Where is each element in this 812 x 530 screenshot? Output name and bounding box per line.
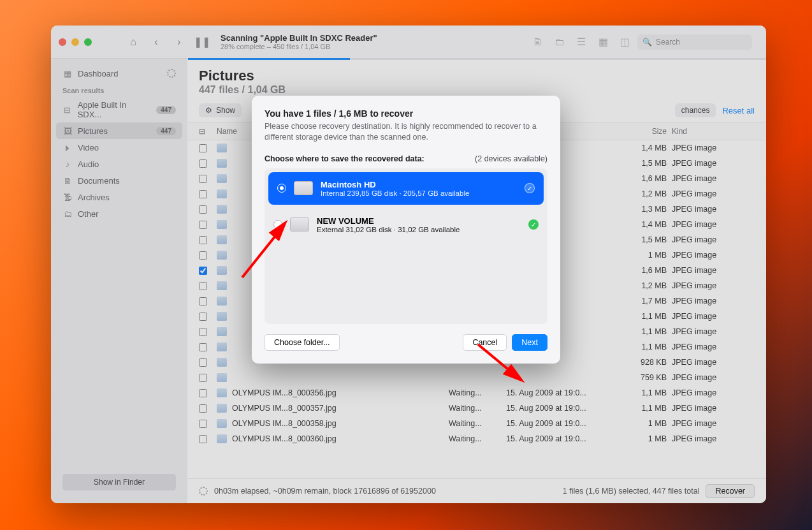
file-size: 1,2 MB [614, 281, 672, 290]
file-kind: JPEG image [672, 373, 755, 382]
file-icon [217, 159, 227, 168]
scan-progress-bar [188, 58, 766, 60]
row-checkbox[interactable] [199, 175, 207, 183]
file-size: 1,4 MB [614, 144, 672, 152]
file-kind: JPEG image [672, 388, 755, 397]
filter-icon: ⚙ [205, 106, 212, 115]
disk-icon [294, 181, 313, 195]
next-button[interactable]: Next [512, 334, 547, 351]
file-size: 1,6 MB [614, 174, 672, 183]
file-size: 1,6 MB [614, 266, 672, 275]
list-view-icon[interactable]: ☰ [572, 35, 590, 49]
row-checkbox[interactable] [199, 159, 207, 168]
row-checkbox[interactable] [199, 282, 207, 290]
file-kind: JPEG image [672, 434, 755, 443]
pause-icon[interactable]: ❚❚ [192, 34, 212, 50]
row-checkbox[interactable] [199, 435, 207, 443]
choose-folder-button[interactable]: Choose folder... [265, 334, 340, 351]
forward-icon[interactable]: › [170, 34, 189, 50]
sidebar-item-label: Pictures [78, 126, 108, 136]
row-checkbox[interactable] [199, 358, 207, 367]
file-kind: JPEG image [672, 251, 755, 260]
radio-icon[interactable] [273, 220, 282, 229]
table-row[interactable]: OLYMPUS IM...8_000356.jpg Waiting... 15.… [187, 385, 766, 401]
sidebar-item-video[interactable]: ⏵Video [56, 139, 182, 156]
drive-icon: ⊟ [62, 105, 73, 115]
grid-view-icon[interactable]: ▦ [594, 35, 612, 49]
file-kind: JPEG image [672, 327, 755, 336]
sidebar-item-audio[interactable]: ♪Audio [56, 156, 182, 172]
file-size: 1,4 MB [614, 220, 672, 229]
collapse-all-icon[interactable]: ⊟ [199, 127, 205, 136]
sidebar-item-documents[interactable]: 🗎Documents [56, 172, 182, 189]
recovery-modal: You have 1 files / 1,6 MB to recover Ple… [252, 96, 560, 364]
row-checkbox[interactable] [199, 297, 207, 305]
home-icon[interactable]: ⌂ [124, 34, 143, 50]
table-row[interactable]: 759 KB JPEG image [187, 370, 766, 385]
sidebar-heading: Scan results [56, 82, 182, 97]
file-kind: JPEG image [672, 312, 755, 321]
radio-icon[interactable] [277, 184, 286, 193]
col-kind[interactable]: Kind [672, 127, 755, 136]
chances-filter-button[interactable]: chances [675, 103, 716, 117]
file-size: 1,5 MB [614, 159, 672, 168]
dest-detail: Internal 239,85 GB disk · 205,57 GB avai… [321, 189, 469, 197]
destination-macintosh-hd[interactable]: Macintosh HDInternal 239,85 GB disk · 20… [268, 172, 544, 205]
row-checkbox[interactable] [199, 420, 207, 428]
sidebar-item-dashboard[interactable]: ▦ Dashboard [56, 65, 182, 82]
table-row[interactable]: OLYMPUS IM...8_000358.jpg Waiting... 15.… [187, 416, 766, 431]
dest-name: Macintosh HD [321, 180, 469, 189]
show-label: Show [216, 106, 235, 115]
row-checkbox[interactable] [199, 313, 207, 321]
file-size: 759 KB [614, 373, 672, 382]
row-checkbox[interactable] [199, 267, 207, 275]
chances-label: chances [681, 106, 710, 115]
row-checkbox[interactable] [199, 236, 207, 244]
file-kind: JPEG image [672, 281, 755, 290]
image-icon: 🖼 [62, 126, 73, 136]
row-checkbox[interactable] [199, 190, 207, 198]
folder-icon[interactable]: 🗀 [551, 35, 569, 49]
table-row[interactable]: OLYMPUS IM...8_000360.jpg Waiting... 15.… [187, 431, 766, 446]
sidebar-item-apple-built-in-sdx-[interactable]: ⊟Apple Built In SDX...447 [56, 97, 182, 122]
file-icon [217, 373, 227, 382]
minimize-window-icon[interactable] [71, 38, 79, 46]
recover-button[interactable]: Recover [706, 484, 755, 498]
window-view-icon[interactable]: ◫ [616, 35, 634, 49]
row-checkbox[interactable] [199, 404, 207, 413]
file-icon [217, 220, 227, 229]
sidebar-item-other[interactable]: 🗂Other [56, 205, 182, 222]
disk-icon [290, 217, 309, 232]
modal-choose-label: Choose where to save the recovered data: [265, 154, 424, 163]
file-icon [217, 205, 227, 214]
sidebar-item-label: Other [78, 209, 99, 219]
row-checkbox[interactable] [199, 144, 207, 152]
sidebar-item-label: Archives [78, 193, 110, 202]
show-filter-button[interactable]: ⚙ Show [199, 103, 242, 117]
sidebar-item-archives[interactable]: 🗜Archives [56, 189, 182, 205]
reset-all-link[interactable]: Reset all [722, 106, 755, 115]
row-checkbox[interactable] [199, 389, 207, 397]
show-in-finder-button[interactable]: Show in Finder [62, 474, 176, 490]
new-file-icon[interactable]: 🗎 [529, 35, 547, 49]
row-checkbox[interactable] [199, 205, 207, 214]
sidebar-item-label: Video [78, 143, 99, 152]
row-checkbox[interactable] [199, 374, 207, 382]
back-icon[interactable]: ‹ [147, 34, 166, 50]
sidebar-item-pictures[interactable]: 🖼Pictures447 [56, 122, 182, 139]
file-kind: JPEG image [672, 358, 755, 367]
file-kind: JPEG image [672, 342, 755, 351]
close-window-icon[interactable] [59, 38, 66, 46]
cancel-button[interactable]: Cancel [463, 334, 507, 351]
search-input[interactable]: 🔍 Search [637, 34, 752, 50]
table-row[interactable]: OLYMPUS IM...8_000357.jpg Waiting... 15.… [187, 401, 766, 416]
col-size[interactable]: Size [614, 127, 672, 136]
section-title: Pictures [199, 68, 755, 84]
row-checkbox[interactable] [199, 343, 207, 351]
file-icon [217, 144, 227, 152]
destination-new-volume[interactable]: NEW VOLUMEExternal 31,02 GB disk · 31,02… [265, 209, 547, 241]
zoom-window-icon[interactable] [84, 38, 92, 46]
row-checkbox[interactable] [199, 328, 207, 336]
row-checkbox[interactable] [199, 221, 207, 229]
row-checkbox[interactable] [199, 251, 207, 260]
